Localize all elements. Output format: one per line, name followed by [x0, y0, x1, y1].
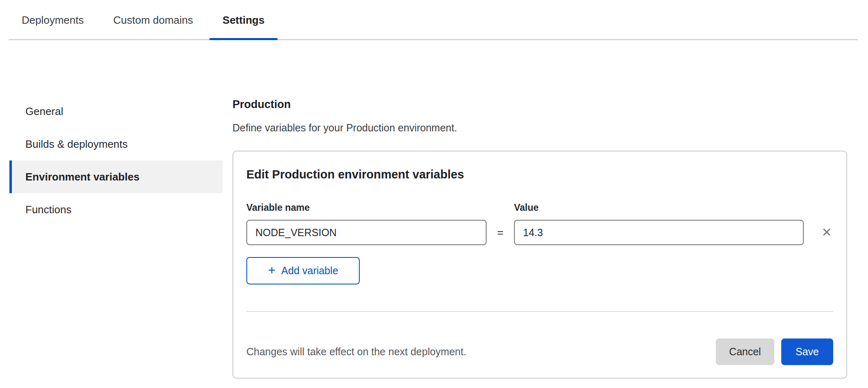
add-variable-label: Add variable [281, 265, 338, 277]
close-icon: ✕ [821, 226, 832, 239]
variable-value-input[interactable] [514, 220, 804, 245]
page-title: Production [232, 98, 847, 111]
equals-sign: = [487, 226, 514, 239]
project-tabbar: Deployments Custom domains Settings [9, 0, 858, 40]
settings-sidenav: General Builds & deployments Environment… [9, 95, 223, 226]
save-button[interactable]: Save [781, 338, 833, 365]
field-labels-row: Variable name Value [246, 202, 833, 213]
sidenav-item-label: Functions [25, 203, 72, 216]
sidenav-item-label: Environment variables [25, 171, 140, 183]
sidenav-item-environment-variables[interactable]: Environment variables [9, 160, 223, 193]
sidenav-item-general[interactable]: General [9, 95, 223, 128]
add-variable-button[interactable]: + Add variable [246, 257, 360, 284]
tab-label: Deployments [22, 14, 84, 27]
sidenav-item-label: General [25, 105, 63, 118]
sidenav-item-functions[interactable]: Functions [9, 193, 223, 226]
tab-label: Settings [223, 14, 265, 27]
sidenav-item-label: Builds & deployments [25, 138, 128, 151]
card-footer: Changes will take effect on the next dep… [246, 338, 833, 365]
plus-icon: + [268, 264, 276, 277]
sidenav-item-builds-deployments[interactable]: Builds & deployments [9, 128, 223, 160]
tab-settings[interactable]: Settings [210, 0, 278, 40]
card-heading: Edit Production environment variables [246, 168, 464, 181]
edit-variables-card: Edit Production environment variables Va… [232, 151, 847, 379]
page-subtitle: Define variables for your Production env… [232, 122, 847, 133]
card-divider [246, 311, 833, 312]
remove-variable-button[interactable]: ✕ [820, 226, 833, 239]
cancel-button[interactable]: Cancel [716, 338, 774, 365]
tab-deployments[interactable]: Deployments [9, 0, 97, 40]
deployment-note: Changes will take effect on the next dep… [246, 346, 716, 358]
value-label: Value [514, 202, 539, 213]
environment-section-header: Production Define variables for your Pro… [232, 98, 847, 133]
variable-row: = ✕ [246, 220, 833, 245]
tab-custom-domains[interactable]: Custom domains [100, 0, 206, 40]
variable-name-label: Variable name [246, 202, 514, 213]
variable-name-input[interactable] [246, 220, 487, 245]
tab-label: Custom domains [113, 14, 193, 27]
